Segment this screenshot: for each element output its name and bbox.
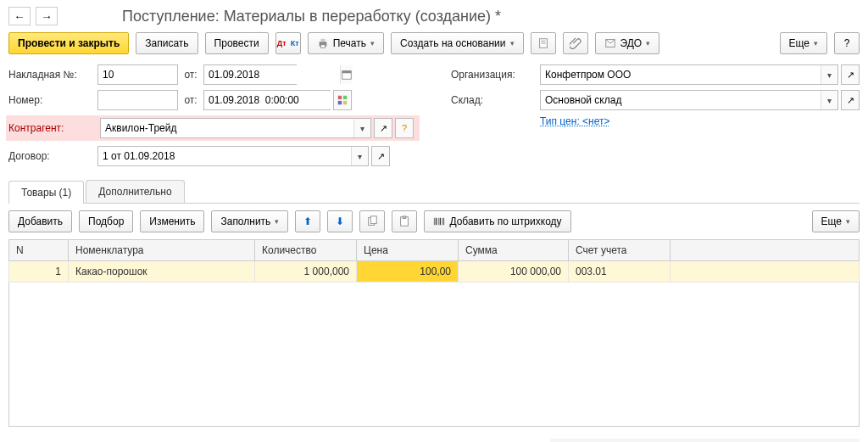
edit-button[interactable]: Изменить (140, 210, 204, 232)
warehouse-open-button[interactable]: ↗ (841, 90, 860, 110)
add-button[interactable]: Добавить (8, 210, 72, 232)
svg-rect-18 (403, 216, 407, 219)
cell-item[interactable]: Какао-порошок (69, 261, 255, 283)
page-title: Поступление: Материалы в переработку (со… (122, 8, 501, 25)
number-extra-button[interactable] (333, 90, 352, 110)
cell-qty[interactable]: 1 000,000 (255, 261, 357, 283)
svg-rect-14 (343, 101, 347, 104)
org-input[interactable] (541, 65, 821, 84)
tab-extra[interactable]: Дополнительно (86, 180, 184, 203)
col-n[interactable]: N (9, 240, 69, 261)
col-qty[interactable]: Количество (255, 240, 357, 261)
cell-account[interactable]: 003.01 (569, 261, 670, 283)
warehouse-input[interactable] (541, 91, 821, 109)
svg-rect-11 (338, 96, 342, 99)
paste-icon (398, 215, 410, 227)
create-based-button[interactable]: Создать на основании▾ (391, 32, 524, 54)
nav-forward-button[interactable]: → (36, 7, 58, 25)
invoice-no-input[interactable] (97, 64, 178, 85)
print-button[interactable]: Печать▾ (308, 32, 384, 54)
contract-open-button[interactable]: ↗ (371, 146, 390, 166)
number-label: Номер: (8, 94, 97, 106)
tab-goods[interactable]: Товары (1) (8, 181, 84, 204)
svg-rect-13 (338, 101, 342, 104)
org-dropdown[interactable]: ▾ (821, 65, 837, 84)
col-account[interactable]: Счет учета (569, 240, 670, 261)
col-price[interactable]: Цена (357, 240, 459, 261)
svg-rect-2 (320, 45, 325, 48)
cell-sum[interactable]: 100 000,00 (459, 261, 569, 283)
invoice-date-input[interactable] (204, 65, 340, 84)
counterparty-label: Контрагент: (8, 122, 97, 134)
price-type-link[interactable]: Тип цен: <нет> (540, 115, 609, 127)
from-label-1: от: (178, 69, 203, 81)
printer-icon (317, 37, 329, 49)
copy-icon (366, 215, 378, 227)
paperclip-icon (570, 37, 581, 49)
invoice-no-label: Накладная №: (8, 69, 97, 81)
contract-dropdown[interactable]: ▾ (351, 147, 368, 165)
col-empty (670, 240, 860, 261)
report-button[interactable] (531, 32, 556, 54)
col-item[interactable]: Номенклатура (69, 240, 255, 261)
table-empty-area[interactable] (8, 283, 860, 427)
pick-button[interactable]: Подбор (79, 210, 133, 232)
post-button[interactable]: Провести (205, 32, 269, 54)
post-close-button[interactable]: Провести и закрыть (8, 32, 129, 54)
warehouse-label: Склад: (451, 94, 540, 106)
svg-rect-1 (320, 39, 325, 42)
edo-icon (604, 37, 616, 49)
calendar-icon (341, 69, 353, 81)
move-down-button[interactable]: ⬇ (327, 210, 353, 232)
number-input[interactable] (97, 90, 178, 110)
number-date-input[interactable] (204, 91, 340, 109)
counterparty-dropdown[interactable]: ▾ (353, 119, 370, 137)
paste-button[interactable] (392, 210, 417, 232)
attach-button[interactable] (563, 32, 588, 54)
from-label-2: от: (178, 94, 203, 106)
fill-button[interactable]: Заполнить▾ (211, 210, 288, 232)
counterparty-open-button[interactable]: ↗ (374, 118, 392, 138)
dtkt-button[interactable]: ДтКт (275, 32, 301, 54)
counterparty-help-button[interactable]: ? (395, 118, 414, 138)
save-button[interactable]: Записать (136, 32, 198, 54)
nav-back-button[interactable]: ← (8, 7, 31, 25)
cell-n[interactable]: 1 (9, 261, 69, 283)
org-open-button[interactable]: ↗ (841, 64, 860, 85)
col-sum[interactable]: Сумма (459, 240, 569, 261)
cell-price[interactable]: 100,00 (357, 261, 459, 283)
grid-icon (337, 94, 348, 106)
tab-more-button[interactable]: Еще▾ (812, 210, 860, 232)
contract-label: Договор: (8, 150, 97, 162)
move-up-button[interactable]: ⬆ (295, 210, 320, 232)
document-icon (537, 37, 549, 49)
goods-table: N Номенклатура Количество Цена Сумма Сче… (8, 239, 860, 283)
more-button[interactable]: Еще▾ (780, 32, 827, 54)
svg-rect-8 (342, 71, 352, 74)
barcode-button[interactable]: Добавить по штрихкоду (424, 210, 570, 232)
table-row[interactable]: 1 Какао-порошок 1 000,000 100,00 100 000… (9, 261, 860, 283)
help-button[interactable]: ? (834, 32, 860, 54)
edo-button[interactable]: ЭДО▾ (595, 32, 660, 54)
contract-input[interactable] (98, 147, 351, 165)
org-label: Организация: (451, 69, 540, 81)
copy-button[interactable] (359, 210, 385, 232)
calendar-button-1[interactable] (340, 65, 353, 84)
svg-rect-12 (343, 96, 347, 99)
barcode-icon (433, 215, 445, 227)
warehouse-dropdown[interactable]: ▾ (821, 91, 837, 109)
counterparty-input[interactable] (101, 119, 353, 137)
svg-rect-16 (371, 216, 377, 224)
